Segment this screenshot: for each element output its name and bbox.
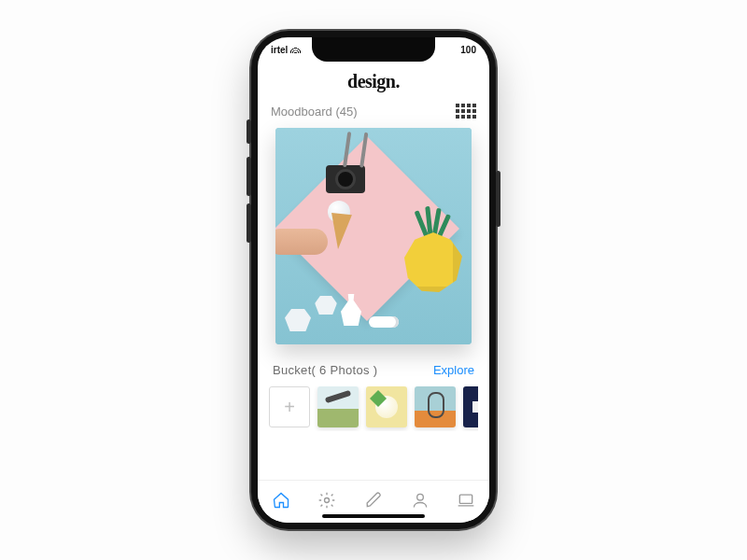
- phone-mute-switch: [247, 119, 251, 144]
- moodboard-card[interactable]: [275, 128, 472, 344]
- tube-prop: [369, 316, 399, 328]
- tab-inbox[interactable]: [452, 486, 480, 514]
- home-indicator[interactable]: [322, 514, 425, 518]
- home-icon: [272, 491, 290, 510]
- add-photo-button[interactable]: +: [269, 386, 310, 427]
- app-content: design. Moodboard (45): [258, 37, 489, 523]
- notch: [312, 37, 435, 62]
- moodboard-header: Moodboard (45): [269, 104, 478, 128]
- bucket-title: Bucket( 6 Photos ): [273, 363, 377, 377]
- screen: irtel 100 design. Moodboard (45): [258, 37, 489, 523]
- carrier-label: irtel: [271, 45, 288, 55]
- ice-cream-cone: [328, 213, 352, 250]
- person-icon: [411, 491, 430, 510]
- tab-profile[interactable]: [406, 486, 434, 514]
- phone-power-button: [496, 171, 500, 227]
- bucket-thumb[interactable]: [415, 386, 456, 427]
- phone-frame: irtel 100 design. Moodboard (45): [251, 31, 496, 529]
- app-title: design.: [269, 69, 478, 104]
- phone-volume-down: [247, 203, 251, 243]
- moodboard-title: Moodboard (45): [271, 105, 358, 119]
- tab-home[interactable]: [267, 486, 295, 514]
- tab-edit[interactable]: [359, 486, 388, 514]
- gem-prop: [285, 309, 311, 331]
- camera-prop: [326, 165, 365, 193]
- pineapple-prop: [404, 232, 462, 311]
- bucket-header: Bucket( 6 Photos ) Explore: [269, 344, 478, 386]
- wifi-icon: [290, 46, 301, 53]
- bucket-thumb[interactable]: [317, 386, 359, 427]
- moodboard-image: [275, 128, 472, 344]
- gem-prop: [315, 296, 337, 315]
- svg-rect-2: [460, 495, 472, 503]
- svg-point-0: [325, 497, 330, 502]
- svg-point-1: [416, 494, 423, 500]
- laptop-icon: [457, 491, 475, 510]
- bucket-thumb[interactable]: [366, 386, 407, 427]
- phone-volume-up: [247, 157, 251, 196]
- explore-link[interactable]: Explore: [433, 363, 474, 377]
- battery-text: 100: [460, 45, 476, 55]
- grid-view-icon[interactable]: [456, 104, 476, 119]
- tab-bar: [258, 480, 489, 523]
- bucket-thumb[interactable]: [463, 386, 478, 427]
- hand-prop: [275, 229, 328, 255]
- gear-icon: [317, 491, 336, 510]
- bucket-row[interactable]: +: [269, 386, 478, 431]
- tab-settings[interactable]: [313, 486, 341, 514]
- pencil-icon: [364, 491, 383, 510]
